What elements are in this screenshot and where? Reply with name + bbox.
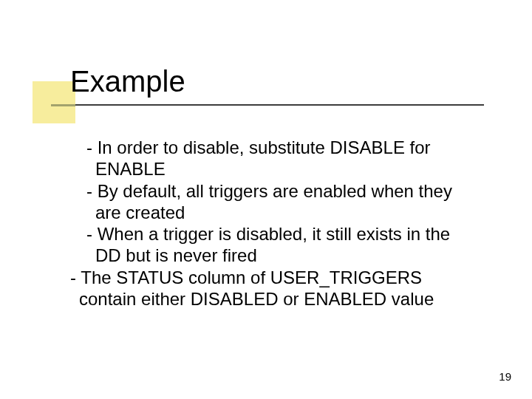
bullet-item: - The STATUS column of USER_TRIGGERS con…	[79, 267, 478, 310]
bullet-item: - When a trigger is disabled, it still e…	[79, 223, 478, 267]
title-container: Example	[70, 66, 185, 97]
title-accent-square	[33, 81, 75, 123]
slide-title: Example	[70, 66, 185, 97]
title-underline	[70, 104, 484, 106]
page-number: 19	[499, 370, 511, 383]
body-text: - In order to disable, substitute DISABL…	[79, 137, 478, 310]
title-accent-bar	[51, 104, 75, 106]
bullet-item: - In order to disable, substitute DISABL…	[79, 137, 478, 180]
slide: Example - In order to disable, substitut…	[0, 0, 532, 399]
bullet-item: - By default, all triggers are enabled w…	[79, 180, 478, 224]
